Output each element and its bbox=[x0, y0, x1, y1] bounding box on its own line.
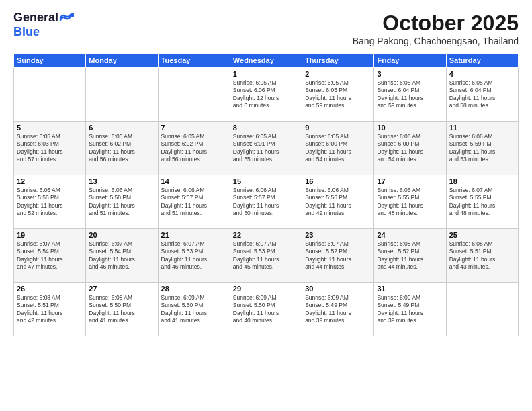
calendar-cell: 10Sunrise: 6:06 AM Sunset: 6:00 PM Dayli… bbox=[374, 122, 446, 175]
weekday-header: Thursday bbox=[302, 54, 374, 68]
calendar-cell: 30Sunrise: 6:09 AM Sunset: 5:49 PM Dayli… bbox=[302, 283, 374, 336]
day-number: 6 bbox=[89, 124, 154, 132]
weekday-header: Sunday bbox=[14, 54, 86, 68]
weekday-header: Saturday bbox=[446, 54, 518, 68]
calendar-cell: 4Sunrise: 6:05 AM Sunset: 6:04 PM Daylig… bbox=[446, 68, 518, 122]
day-number: 14 bbox=[161, 177, 227, 185]
header: General Blue October 2025 Bang Pakong, C… bbox=[13, 11, 519, 46]
day-number: 21 bbox=[161, 231, 227, 239]
day-number: 28 bbox=[161, 285, 227, 293]
calendar-row: 1Sunrise: 6:05 AM Sunset: 6:06 PM Daylig… bbox=[14, 68, 519, 122]
calendar-cell: 17Sunrise: 6:06 AM Sunset: 5:55 PM Dayli… bbox=[374, 175, 446, 229]
calendar-row: 5Sunrise: 6:05 AM Sunset: 6:03 PM Daylig… bbox=[14, 122, 519, 175]
day-info: Sunrise: 6:05 AM Sunset: 6:02 PM Dayligh… bbox=[89, 133, 154, 164]
calendar-table: SundayMondayTuesdayWednesdayThursdayFrid… bbox=[13, 53, 519, 336]
calendar-cell: 2Sunrise: 6:05 AM Sunset: 6:05 PM Daylig… bbox=[302, 68, 374, 122]
logo-blue-text: Blue bbox=[13, 25, 40, 38]
calendar-cell: 28Sunrise: 6:09 AM Sunset: 5:50 PM Dayli… bbox=[158, 283, 230, 336]
day-info: Sunrise: 6:09 AM Sunset: 5:49 PM Dayligh… bbox=[305, 294, 371, 325]
day-number: 19 bbox=[17, 231, 83, 239]
day-info: Sunrise: 6:05 AM Sunset: 6:05 PM Dayligh… bbox=[305, 79, 371, 110]
calendar-cell: 3Sunrise: 6:05 AM Sunset: 6:04 PM Daylig… bbox=[374, 68, 446, 122]
day-info: Sunrise: 6:06 AM Sunset: 5:59 PM Dayligh… bbox=[449, 133, 515, 164]
day-info: Sunrise: 6:05 AM Sunset: 6:04 PM Dayligh… bbox=[377, 79, 443, 110]
calendar-cell: 18Sunrise: 6:07 AM Sunset: 5:55 PM Dayli… bbox=[446, 175, 518, 229]
day-info: Sunrise: 6:05 AM Sunset: 6:02 PM Dayligh… bbox=[161, 133, 227, 164]
day-info: Sunrise: 6:07 AM Sunset: 5:54 PM Dayligh… bbox=[89, 240, 154, 271]
day-number: 4 bbox=[449, 70, 515, 78]
day-number: 23 bbox=[305, 231, 371, 239]
calendar-cell: 22Sunrise: 6:07 AM Sunset: 5:53 PM Dayli… bbox=[230, 229, 302, 283]
day-number: 27 bbox=[89, 285, 154, 293]
calendar-cell bbox=[86, 68, 158, 122]
calendar-cell: 27Sunrise: 6:08 AM Sunset: 5:50 PM Dayli… bbox=[86, 283, 158, 336]
day-number: 25 bbox=[449, 231, 515, 239]
calendar-cell: 24Sunrise: 6:08 AM Sunset: 5:52 PM Dayli… bbox=[374, 229, 446, 283]
weekday-header: Tuesday bbox=[158, 54, 230, 68]
logo-general-text: General bbox=[13, 11, 58, 25]
day-info: Sunrise: 6:08 AM Sunset: 5:51 PM Dayligh… bbox=[17, 294, 83, 325]
calendar-cell: 29Sunrise: 6:09 AM Sunset: 5:50 PM Dayli… bbox=[230, 283, 302, 336]
day-info: Sunrise: 6:06 AM Sunset: 5:56 PM Dayligh… bbox=[305, 187, 371, 218]
day-info: Sunrise: 6:08 AM Sunset: 5:50 PM Dayligh… bbox=[89, 294, 154, 325]
calendar-cell: 5Sunrise: 6:05 AM Sunset: 6:03 PM Daylig… bbox=[14, 122, 86, 175]
day-info: Sunrise: 6:05 AM Sunset: 6:03 PM Dayligh… bbox=[17, 133, 83, 164]
calendar-cell: 6Sunrise: 6:05 AM Sunset: 6:02 PM Daylig… bbox=[86, 122, 158, 175]
day-info: Sunrise: 6:06 AM Sunset: 6:00 PM Dayligh… bbox=[377, 133, 443, 164]
location-title: Bang Pakong, Chachoengsao, Thailand bbox=[353, 36, 519, 46]
month-title: October 2025 bbox=[353, 11, 519, 36]
calendar-cell: 16Sunrise: 6:06 AM Sunset: 5:56 PM Dayli… bbox=[302, 175, 374, 229]
day-info: Sunrise: 6:07 AM Sunset: 5:53 PM Dayligh… bbox=[233, 240, 299, 271]
calendar-cell bbox=[446, 283, 518, 336]
day-number: 22 bbox=[233, 231, 299, 239]
day-number: 26 bbox=[17, 285, 83, 293]
day-info: Sunrise: 6:06 AM Sunset: 5:57 PM Dayligh… bbox=[233, 187, 299, 218]
calendar-cell: 12Sunrise: 6:06 AM Sunset: 5:58 PM Dayli… bbox=[14, 175, 86, 229]
day-number: 8 bbox=[233, 124, 299, 132]
day-number: 1 bbox=[233, 70, 299, 78]
day-number: 10 bbox=[377, 124, 443, 132]
day-number: 5 bbox=[17, 124, 83, 132]
calendar-cell: 23Sunrise: 6:07 AM Sunset: 5:52 PM Dayli… bbox=[302, 229, 374, 283]
day-info: Sunrise: 6:08 AM Sunset: 5:52 PM Dayligh… bbox=[377, 240, 443, 271]
day-number: 9 bbox=[305, 124, 371, 132]
weekday-header: Friday bbox=[374, 54, 446, 68]
logo-icon bbox=[59, 13, 74, 24]
weekday-header: Monday bbox=[86, 54, 158, 68]
day-info: Sunrise: 6:05 AM Sunset: 6:00 PM Dayligh… bbox=[305, 133, 371, 164]
day-info: Sunrise: 6:06 AM Sunset: 5:55 PM Dayligh… bbox=[377, 187, 443, 218]
day-number: 24 bbox=[377, 231, 443, 239]
day-number: 3 bbox=[377, 70, 443, 78]
day-number: 13 bbox=[89, 177, 154, 185]
calendar-cell bbox=[158, 68, 230, 122]
calendar-row: 19Sunrise: 6:07 AM Sunset: 5:54 PM Dayli… bbox=[14, 229, 519, 283]
day-info: Sunrise: 6:07 AM Sunset: 5:52 PM Dayligh… bbox=[305, 240, 371, 271]
day-info: Sunrise: 6:08 AM Sunset: 5:51 PM Dayligh… bbox=[449, 240, 515, 271]
calendar-row: 12Sunrise: 6:06 AM Sunset: 5:58 PM Dayli… bbox=[14, 175, 519, 229]
title-block: October 2025 Bang Pakong, Chachoengsao, … bbox=[353, 11, 519, 46]
calendar-cell: 8Sunrise: 6:05 AM Sunset: 6:01 PM Daylig… bbox=[230, 122, 302, 175]
calendar-cell: 20Sunrise: 6:07 AM Sunset: 5:54 PM Dayli… bbox=[86, 229, 158, 283]
day-info: Sunrise: 6:07 AM Sunset: 5:55 PM Dayligh… bbox=[449, 187, 515, 218]
day-number: 31 bbox=[377, 285, 443, 293]
day-info: Sunrise: 6:09 AM Sunset: 5:50 PM Dayligh… bbox=[233, 294, 299, 325]
day-info: Sunrise: 6:09 AM Sunset: 5:49 PM Dayligh… bbox=[377, 294, 443, 325]
day-number: 11 bbox=[449, 124, 515, 132]
day-info: Sunrise: 6:06 AM Sunset: 5:58 PM Dayligh… bbox=[89, 187, 154, 218]
day-info: Sunrise: 6:06 AM Sunset: 5:58 PM Dayligh… bbox=[17, 187, 83, 218]
day-number: 29 bbox=[233, 285, 299, 293]
day-info: Sunrise: 6:09 AM Sunset: 5:50 PM Dayligh… bbox=[161, 294, 227, 325]
calendar-cell: 14Sunrise: 6:06 AM Sunset: 5:57 PM Dayli… bbox=[158, 175, 230, 229]
calendar-cell: 25Sunrise: 6:08 AM Sunset: 5:51 PM Dayli… bbox=[446, 229, 518, 283]
day-info: Sunrise: 6:05 AM Sunset: 6:04 PM Dayligh… bbox=[449, 79, 515, 110]
calendar-cell: 31Sunrise: 6:09 AM Sunset: 5:49 PM Dayli… bbox=[374, 283, 446, 336]
weekday-header-row: SundayMondayTuesdayWednesdayThursdayFrid… bbox=[14, 54, 519, 68]
day-number: 16 bbox=[305, 177, 371, 185]
calendar-cell: 21Sunrise: 6:07 AM Sunset: 5:53 PM Dayli… bbox=[158, 229, 230, 283]
logo: General Blue bbox=[13, 11, 74, 39]
day-number: 7 bbox=[161, 124, 227, 132]
calendar-cell: 9Sunrise: 6:05 AM Sunset: 6:00 PM Daylig… bbox=[302, 122, 374, 175]
day-number: 2 bbox=[305, 70, 371, 78]
day-number: 15 bbox=[233, 177, 299, 185]
calendar-cell: 1Sunrise: 6:05 AM Sunset: 6:06 PM Daylig… bbox=[230, 68, 302, 122]
